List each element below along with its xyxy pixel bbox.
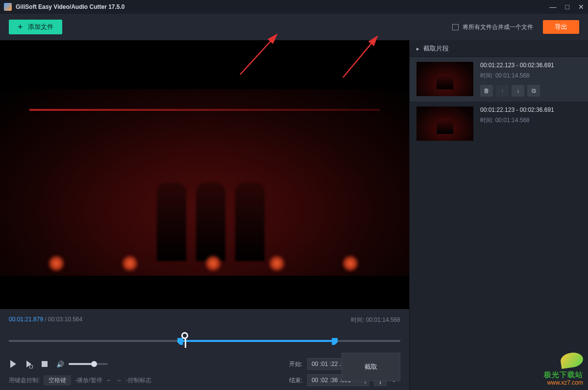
delete-segment-button[interactable]: 🗑 (480, 85, 493, 97)
merge-all-checkbox[interactable]: 将所有文件合并成一个文件 (452, 23, 533, 31)
segment-range: 00:01:22.123 - 00:02:36.691 (480, 106, 554, 113)
toolbar: + 添加文件 将所有文件合并成一个文件 导出 (0, 14, 588, 40)
chevron-right-icon (416, 45, 419, 52)
video-frame (0, 89, 409, 276)
timeline-selection (177, 340, 334, 342)
add-file-button[interactable]: + 添加文件 (9, 20, 62, 34)
segments-title: 截取片段 (423, 44, 449, 53)
maximize-button[interactable]: □ (565, 3, 569, 11)
cut-button[interactable]: 截取 (342, 353, 400, 381)
timeline[interactable] (9, 331, 400, 351)
play-button[interactable] (9, 360, 18, 368)
keyboard-ctrl-label: 用键盘控制: (9, 376, 40, 385)
merge-all-label: 将所有文件合并成一个文件 (463, 23, 533, 31)
checkbox-icon (452, 24, 459, 30)
close-button[interactable]: ✕ (578, 3, 584, 11)
total-time: 00:03:10.564 (48, 316, 82, 324)
end-label: 结束: (288, 376, 302, 385)
current-time: 00:01:21.879 (9, 316, 43, 324)
selection-duration: 00:01:14.568 (366, 316, 400, 323)
right-arrow-key-icon: → (116, 377, 122, 384)
selection-end-handle[interactable] (332, 338, 338, 345)
segments-panel: 截取片段 00:01:22.123 - 00:02:36.691 时间: 00:… (409, 40, 588, 390)
plus-icon: + (18, 23, 23, 31)
segment-thumbnail (416, 106, 473, 141)
segment-item[interactable]: 00:01:22.123 - 00:02:36.691 时间: 00:01:14… (410, 102, 588, 146)
segment-duration: 00:01:14.568 (495, 117, 530, 124)
app-title: GiliSoft Easy Video/Audio Cutter 17.5.0 (16, 3, 125, 10)
export-button[interactable]: 导出 (543, 20, 579, 34)
start-label: 开始: (288, 360, 302, 368)
play-pause-hint: -播放/暂停 (75, 376, 102, 385)
playhead[interactable] (181, 332, 188, 339)
titlebar: GiliSoft Easy Video/Audio Cutter 17.5.0 … (0, 0, 588, 14)
left-arrow-key-icon: ← (106, 377, 112, 384)
play-selection-button[interactable] (24, 360, 33, 368)
segment-item[interactable]: 00:01:22.123 - 00:02:36.691 时间: 00:01:14… (410, 57, 588, 102)
control-flag-hint: -控制标志 (126, 376, 151, 385)
stop-button[interactable] (40, 360, 49, 368)
app-logo-icon (4, 3, 12, 11)
add-file-label: 添加文件 (28, 23, 53, 31)
move-down-button[interactable]: ↓ (512, 85, 524, 97)
segments-header[interactable]: 截取片段 (410, 40, 588, 57)
minimize-button[interactable]: — (550, 3, 557, 11)
volume-slider[interactable] (69, 363, 108, 365)
video-preview[interactable] (0, 40, 409, 309)
segment-duration: 00:01:14.568 (495, 72, 530, 79)
segment-thumbnail (416, 62, 473, 96)
selection-start-handle[interactable] (177, 338, 183, 345)
move-up-button[interactable]: ↑ (496, 85, 509, 97)
space-key-badge: 空格键 (44, 375, 71, 386)
selection-duration-label: 时间: (351, 316, 364, 323)
segment-range: 00:01:22.123 - 00:02:36.691 (480, 62, 554, 69)
volume-icon[interactable] (56, 360, 65, 368)
controls-panel: 00:01:21.879 / 00:03:10.564 时间: 00:01:14… (0, 309, 409, 390)
copy-segment-button[interactable]: ⧉ (527, 85, 540, 97)
